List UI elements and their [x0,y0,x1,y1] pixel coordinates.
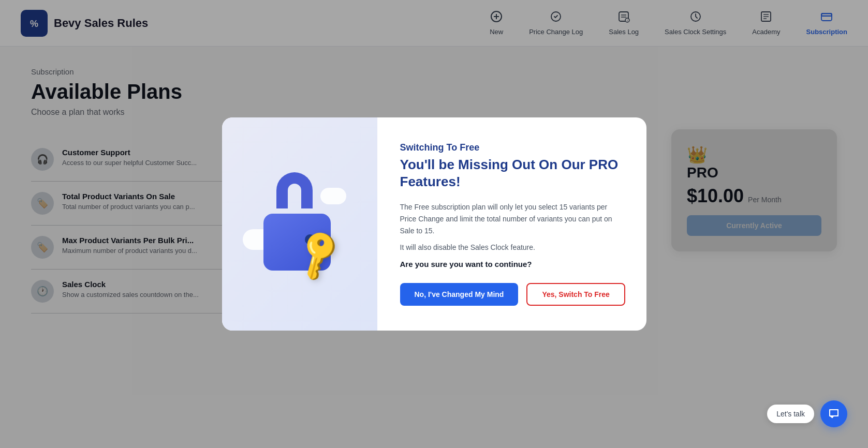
chat-widget: Let's talk [767,400,847,427]
modal-main-title: You'll be Missing Out On Our PRO Feature… [400,156,625,191]
chat-button[interactable] [820,400,847,427]
modal-switching-label: Switching To Free [400,142,625,153]
modal-clock-note: It will also disable the Sales Clock fea… [400,243,625,251]
modal-overlay: 🔑 Switching To Free You'll be Missing Ou… [0,0,868,448]
cloud-right [320,188,346,204]
lock-shackle [276,172,313,208]
chat-label: Let's talk [767,405,814,423]
modal-content: Switching To Free You'll be Missing Out … [377,117,646,331]
switch-to-free-modal: 🔑 Switching To Free You'll be Missing Ou… [222,117,646,331]
switch-to-free-button[interactable]: Yes, Switch To Free [526,283,625,306]
modal-description: The Free subscription plan will only let… [400,201,625,237]
stay-button[interactable]: No, I've Changed My Mind [400,283,519,306]
modal-illustration: 🔑 [222,117,377,331]
modal-question: Are you sure you want to continue? [400,260,625,268]
lock-illustration: 🔑 [248,167,351,281]
svg-rect-19 [830,410,838,416]
modal-actions: No, I've Changed My Mind Yes, Switch To … [400,283,625,306]
